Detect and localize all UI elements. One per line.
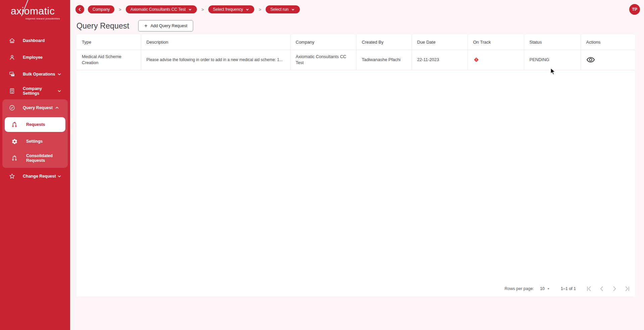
breadcrumb-separator: > — [118, 7, 122, 12]
sidebar-item-settings[interactable]: Settings — [2, 133, 68, 150]
chevron-down-icon — [57, 72, 62, 77]
pagination-bar: Rows per page: 10 1–1 of 1 — [76, 281, 635, 296]
chevron-left-icon — [598, 285, 605, 292]
title-row: Query Request + Add Query Request — [70, 15, 644, 32]
column-header-status: Status — [524, 35, 581, 50]
table-row: Medical Aid Scheme Creation Please advis… — [76, 50, 635, 70]
column-header-actions: Actions — [581, 35, 635, 50]
breadcrumb-label: Select run — [270, 7, 288, 12]
brand-logo-text: axiomatic — [11, 5, 60, 16]
last-page-icon — [624, 285, 631, 292]
chevron-down-icon — [291, 7, 295, 12]
breadcrumb-frequency-select[interactable]: Select frequency — [208, 5, 254, 13]
bulk-operations-icon — [9, 71, 15, 78]
rows-per-page-label: Rows per page: — [504, 286, 534, 291]
table-empty-area — [76, 70, 635, 281]
sidebar-item-label: Settings — [26, 139, 43, 144]
sidebar: axiomatic inspired reward possibilities … — [0, 0, 70, 330]
breadcrumb-run-select[interactable]: Select run — [266, 5, 300, 13]
pagination-range: 1–1 of 1 — [561, 286, 576, 291]
page-title: Query Request — [76, 21, 129, 31]
breadcrumb-company-select[interactable]: Axiomatic Consultants CC Test — [126, 5, 197, 13]
plus-icon: + — [144, 23, 147, 29]
chevron-down-icon — [188, 7, 192, 12]
sidebar-item-consolidated-requests[interactable]: Consolidated Requests — [2, 150, 68, 167]
chevron-right-icon — [611, 285, 618, 292]
sidebar-item-label: Change Request — [23, 174, 57, 179]
cell-type: Medical Aid Scheme Creation — [76, 50, 141, 70]
cell-created-by: Tadiwanashe Pfachi — [356, 50, 412, 70]
star-icon — [9, 173, 15, 180]
column-header-created-by: Created By — [356, 35, 412, 50]
first-page-icon — [585, 285, 593, 292]
query-request-table-card: Type Description Company Created By Due … — [76, 35, 635, 296]
column-header-type: Type — [76, 35, 141, 50]
rows-per-page-select[interactable]: 10 — [540, 286, 551, 291]
sidebar-item-employee[interactable]: Employee — [0, 49, 70, 66]
sidebar-group-query-request: Query Request Requests Settings — [2, 99, 68, 168]
sidebar-item-label: Query Request — [23, 105, 54, 110]
breadcrumb-label: Company — [93, 7, 110, 12]
last-page-button[interactable] — [623, 284, 632, 293]
sidebar-nav: Dashboard Employee Bulk Operations Compa… — [0, 32, 70, 185]
eye-icon — [586, 55, 595, 64]
breadcrumb-company[interactable]: Company — [88, 5, 114, 13]
cell-due-date: 22-11-2023 — [412, 50, 468, 70]
consolidated-requests-icon — [11, 155, 18, 161]
breadcrumb-label: Select frequency — [213, 7, 243, 12]
chevron-left-icon — [77, 7, 82, 12]
view-action-button[interactable] — [586, 55, 595, 64]
back-button[interactable] — [75, 5, 84, 14]
first-page-button[interactable] — [585, 284, 593, 293]
query-request-table: Type Description Company Created By Due … — [76, 35, 635, 70]
sidebar-item-label: Bulk Operations — [23, 72, 57, 77]
cell-status: PENDING — [524, 50, 581, 70]
sidebar-item-label: Requests — [26, 122, 45, 127]
query-request-icon — [9, 104, 15, 111]
sidebar-item-bulk-operations[interactable]: Bulk Operations — [0, 66, 70, 83]
column-header-due-date: Due Date — [412, 35, 468, 50]
add-button-label: Add Query Request — [151, 23, 187, 28]
user-avatar[interactable]: TP — [629, 4, 640, 15]
breadcrumb-label: Axiomatic Consultants CC Test — [130, 7, 186, 12]
chevron-down-icon — [57, 174, 62, 179]
settings-gear-icon — [11, 138, 18, 145]
sidebar-item-company-settings[interactable]: Company Settings — [0, 83, 70, 99]
sidebar-item-label: Company Settings — [23, 86, 57, 96]
sidebar-item-label: Employee — [23, 55, 62, 60]
breadcrumb-separator: > — [258, 7, 262, 12]
sidebar-item-label: Dashboard — [23, 38, 62, 43]
brand-logo: axiomatic inspired reward possibilities — [0, 0, 70, 20]
column-header-on-track: On Track — [468, 35, 524, 50]
sidebar-item-requests[interactable]: Requests — [5, 117, 65, 132]
cell-actions — [581, 50, 635, 70]
cell-description: Please advise the following in order to … — [141, 50, 290, 70]
add-query-request-button[interactable]: + Add Query Request — [138, 20, 193, 32]
company-settings-icon — [9, 88, 15, 94]
chevron-up-icon — [54, 105, 60, 110]
cell-on-track — [468, 50, 524, 70]
sidebar-item-label: Consolidated Requests — [26, 153, 62, 163]
pagination-controls — [585, 284, 632, 293]
main-content: Company > Axiomatic Consultants CC Test … — [70, 0, 644, 330]
sidebar-item-query-request[interactable]: Query Request — [2, 99, 68, 116]
home-icon — [9, 37, 15, 44]
column-header-company: Company — [290, 35, 356, 50]
breadcrumb-separator: > — [201, 7, 205, 12]
chevron-down-icon — [57, 88, 62, 94]
previous-page-button[interactable] — [597, 284, 606, 293]
table-header-row: Type Description Company Created By Due … — [76, 35, 635, 50]
employee-icon — [9, 54, 15, 61]
sidebar-item-dashboard[interactable]: Dashboard — [0, 32, 70, 49]
cell-company: Axiomatic Consultants CC Test — [290, 50, 356, 70]
chevron-down-icon — [245, 7, 250, 12]
breadcrumb: Company > Axiomatic Consultants CC Test … — [70, 0, 644, 15]
brand-tagline: inspired reward possibilities — [11, 17, 60, 20]
column-header-description: Description — [141, 35, 290, 50]
alert-diamond-icon — [473, 57, 519, 63]
caret-down-icon — [546, 286, 551, 291]
sidebar-item-change-request[interactable]: Change Request — [0, 168, 70, 185]
rows-per-page-value: 10 — [540, 286, 545, 291]
next-page-button[interactable] — [610, 284, 619, 293]
requests-icon — [11, 121, 18, 128]
